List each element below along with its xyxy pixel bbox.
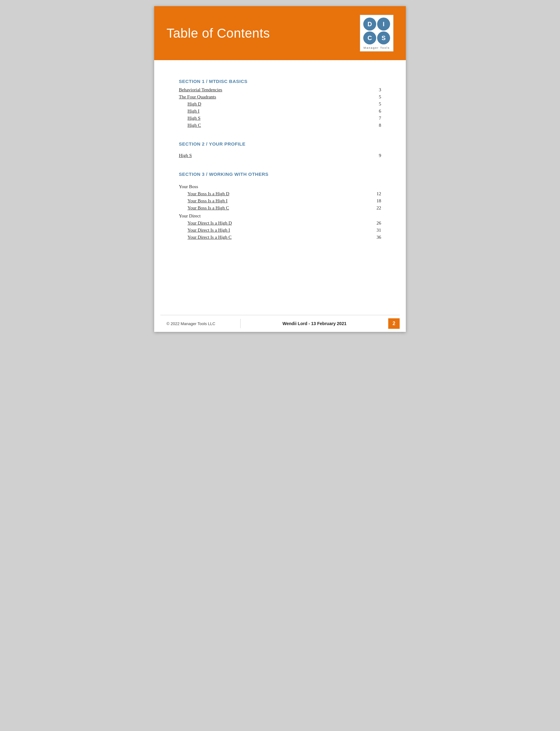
toc-page-high-s: 7	[375, 116, 381, 121]
toc-link-direct-high-d[interactable]: Your Direct Is a High D	[187, 221, 232, 226]
disc-grid: D I C S	[363, 18, 390, 44]
your-boss-label: Your Boss	[179, 182, 381, 190]
toc-link-boss-high-d[interactable]: Your Boss Is a High D	[187, 191, 229, 196]
footer-center-text: Wendii Lord - 13 February 2021	[241, 321, 388, 326]
toc-high-c[interactable]: High C 8	[179, 122, 381, 129]
toc-page-boss-high-c: 22	[375, 205, 381, 211]
section-2: SECTION 2 / YOUR PROFILE High S 9	[179, 141, 381, 159]
toc-link-high-c[interactable]: High C	[187, 123, 201, 128]
footer-copyright: © 2022 Manager Tools LLC	[160, 321, 240, 326]
disc-d-cell: D	[363, 18, 376, 31]
toc-high-d[interactable]: High D 5	[179, 101, 381, 108]
toc-link-direct-high-c[interactable]: Your Direct Is a High C	[187, 235, 232, 240]
toc-page-high-i: 6	[375, 109, 381, 114]
toc-link-your-profile-high-s[interactable]: High S	[179, 153, 192, 158]
toc-direct-high-c[interactable]: Your Direct Is a High C 36	[179, 234, 381, 241]
main-content: SECTION 1 / MTDISC BASICS Behaviorial Te…	[154, 60, 406, 315]
toc-link-four-quadrants[interactable]: The Four Quadrants	[179, 94, 216, 100]
toc-page-high-c: 8	[375, 123, 381, 128]
toc-page-four-quadrants: 5	[375, 94, 381, 100]
toc-page-boss-high-i: 18	[375, 198, 381, 204]
toc-link-high-d[interactable]: High D	[187, 101, 201, 107]
footer: © 2022 Manager Tools LLC Wendii Lord - 1…	[160, 315, 400, 332]
disc-logo: D I C S Manager Tools	[360, 15, 393, 52]
toc-page-behaviorial-tendencies: 3	[375, 87, 381, 93]
disc-s-cell: S	[377, 31, 390, 44]
section-1: SECTION 1 / MTDISC BASICS Behaviorial Te…	[179, 79, 381, 129]
spacer-4	[179, 179, 381, 182]
disc-c-cell: C	[363, 31, 376, 44]
section-1-heading: SECTION 1 / MTDISC BASICS	[179, 79, 381, 84]
section-2-heading: SECTION 2 / YOUR PROFILE	[179, 141, 381, 147]
toc-link-high-s[interactable]: High S	[187, 116, 200, 121]
section-3-heading: SECTION 3 / WORKING WITH OTHERS	[179, 171, 381, 177]
spacer-3	[179, 159, 381, 162]
toc-link-boss-high-i[interactable]: Your Boss Is a High I	[187, 198, 228, 204]
disc-logo-text: Manager Tools	[364, 46, 390, 49]
page-title: Table of Contents	[167, 26, 270, 41]
toc-direct-high-d[interactable]: Your Direct Is a High D 26	[179, 220, 381, 227]
toc-page-boss-high-d: 12	[375, 191, 381, 196]
toc-high-i[interactable]: High I 6	[179, 108, 381, 115]
toc-link-boss-high-c[interactable]: Your Boss Is a High C	[187, 205, 229, 211]
toc-high-s[interactable]: High S 7	[179, 115, 381, 122]
toc-boss-high-c[interactable]: Your Boss Is a High C 22	[179, 204, 381, 212]
spacer-1	[179, 129, 381, 132]
toc-your-profile-high-s[interactable]: High S 9	[179, 152, 381, 159]
toc-boss-high-i[interactable]: Your Boss Is a High I 18	[179, 197, 381, 204]
spacer-2	[179, 149, 381, 152]
toc-link-high-i[interactable]: High I	[187, 109, 200, 114]
disc-grid-wrapper: D I C S	[363, 18, 390, 46]
toc-page-direct-high-d: 26	[375, 221, 381, 226]
toc-page-your-profile-high-s: 9	[375, 153, 381, 158]
toc-direct-high-i[interactable]: Your Direct Is a High I 31	[179, 227, 381, 234]
toc-page-direct-high-c: 36	[375, 235, 381, 240]
toc-link-behaviorial-tendencies[interactable]: Behaviorial Tendencies	[179, 87, 222, 93]
toc-link-direct-high-i[interactable]: Your Direct Is a High I	[187, 228, 230, 233]
toc-page-high-d: 5	[375, 101, 381, 107]
footer-page-number: 2	[388, 318, 400, 329]
section-3: SECTION 3 / WORKING WITH OTHERS Your Bos…	[179, 171, 381, 241]
page: Table of Contents D I C S Manager Tools …	[154, 6, 406, 332]
disc-i-cell: I	[377, 18, 390, 31]
your-direct-label: Your Direct	[179, 212, 381, 220]
toc-four-quadrants[interactable]: The Four Quadrants 5	[179, 93, 381, 101]
toc-boss-high-d[interactable]: Your Boss Is a High D 12	[179, 190, 381, 197]
toc-page-direct-high-i: 31	[375, 228, 381, 233]
header-banner: Table of Contents D I C S Manager Tools	[154, 6, 406, 60]
toc-behaviorial-tendencies[interactable]: Behaviorial Tendencies 3	[179, 86, 381, 93]
